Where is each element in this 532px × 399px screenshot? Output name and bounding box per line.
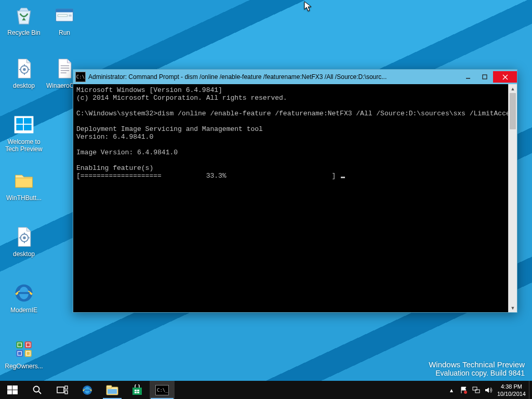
watermark-line1: Windows Technical Preview [429, 360, 525, 369]
ie-icon [11, 281, 36, 305]
taskbar-explorer[interactable] [100, 381, 125, 399]
desktop-icon-ini2[interactable]: desktop [4, 224, 44, 258]
system-tray[interactable]: ▴ 4:38 PM 10/10/2014 [444, 381, 529, 399]
svg-rect-44 [57, 387, 64, 393]
svg-point-58 [464, 391, 467, 394]
desktop-icon-label: desktop [4, 82, 44, 89]
scroll-up-icon[interactable]: ▲ [509, 84, 517, 93]
svg-rect-57 [137, 392, 139, 393]
tray-chevron-icon[interactable]: ▴ [447, 386, 456, 394]
svg-rect-35 [69, 15, 72, 17]
desktop-icon-label: Recycle Bin [4, 29, 44, 36]
close-button[interactable] [493, 71, 517, 83]
svg-rect-3 [25, 350, 32, 357]
svg-rect-21 [24, 125, 32, 130]
tray-clock[interactable]: 4:38 PM 10/10/2014 [497, 383, 526, 397]
taskbar-spacer [175, 381, 444, 399]
tray-time: 4:38 PM [497, 383, 526, 390]
search-icon [32, 385, 43, 395]
svg-rect-19 [24, 118, 32, 124]
search-button[interactable] [25, 381, 50, 399]
svg-rect-34 [58, 15, 67, 17]
taskbar[interactable]: C:\_ ▴ 4:38 PM 10/10/2014 [0, 381, 532, 399]
cmd-title: Administrator: Command Prompt - dism /on… [88, 73, 460, 81]
desktop-icon-label: Welcome to Tech Preview [4, 138, 44, 153]
desktop-icon-label: WinTHButt... [4, 194, 44, 202]
close-icon [502, 74, 508, 80]
desktop-icon-label: RegOwners... [4, 363, 44, 370]
desktop-icon-winlogo[interactable]: Welcome to Tech Preview [4, 112, 44, 153]
svg-rect-36 [466, 78, 470, 79]
start-button[interactable] [0, 381, 25, 399]
task-view-icon [57, 385, 68, 395]
svg-rect-40 [7, 390, 12, 394]
desktop-icon-ie[interactable]: ModernIE [4, 281, 44, 314]
svg-rect-10 [18, 292, 30, 294]
svg-rect-33 [56, 9, 73, 12]
cmd-taskbar-icon: C:\_ [155, 385, 169, 395]
svg-rect-20 [16, 125, 23, 130]
minimize-button[interactable] [460, 71, 476, 83]
windows-logo-icon [7, 385, 18, 395]
desktop-icon-ini1[interactable]: desktop [4, 56, 44, 89]
tray-date: 10/10/2014 [497, 390, 526, 397]
cmd-output[interactable]: Microsoft Windows [Version 6.4.9841] (c)… [73, 84, 508, 312]
svg-rect-18 [16, 118, 23, 124]
svg-line-43 [39, 391, 42, 394]
build-watermark: Windows Technical Preview Evaluation cop… [429, 360, 525, 377]
svg-rect-37 [483, 75, 487, 79]
tray-flag-icon[interactable] [460, 386, 468, 394]
folder-icon [11, 168, 36, 193]
scroll-thumb[interactable] [510, 93, 516, 129]
ie-icon [81, 384, 94, 396]
desktop-icon-run[interactable]: Run [45, 3, 84, 36]
svg-rect-46 [65, 391, 68, 394]
svg-point-12 [23, 236, 26, 240]
window-buttons [460, 71, 517, 83]
svg-point-27 [23, 68, 26, 71]
task-view-button[interactable] [50, 381, 75, 399]
ini1-icon [11, 56, 36, 81]
winlogo-icon [11, 112, 36, 137]
recycle-icon [11, 3, 36, 28]
show-desktop-button[interactable] [529, 381, 532, 399]
cmd-cursor [341, 177, 345, 178]
svg-rect-45 [65, 386, 68, 389]
svg-rect-39 [12, 385, 18, 390]
maximize-button[interactable] [476, 71, 493, 83]
svg-rect-2 [16, 350, 23, 357]
minimize-icon [466, 74, 471, 79]
maximize-icon [482, 74, 487, 79]
mouse-cursor [304, 1, 312, 15]
cmd-icon: C:\ [75, 72, 86, 82]
command-prompt-window[interactable]: C:\ Administrator: Command Prompt - dism… [73, 69, 517, 313]
svg-rect-51 [107, 385, 112, 388]
cmd-titlebar[interactable]: C:\ Administrator: Command Prompt - dism… [73, 70, 517, 84]
tray-network-icon[interactable] [472, 386, 481, 394]
svg-rect-55 [137, 390, 139, 391]
run-icon [52, 3, 77, 28]
desktop-icon-recycle[interactable]: Recycle Bin [4, 3, 44, 36]
svg-point-42 [34, 386, 39, 392]
svg-rect-1 [25, 341, 32, 348]
tray-volume-icon[interactable] [485, 386, 493, 394]
desktop-icon-label: desktop [4, 250, 44, 258]
taskbar-store[interactable] [125, 381, 150, 399]
svg-rect-56 [135, 392, 137, 393]
desktop-icon-reg[interactable]: RegOwners... [4, 337, 44, 370]
svg-rect-41 [12, 390, 18, 394]
cmd-scrollbar[interactable]: ▲ ▼ [508, 84, 517, 312]
ini2-icon [11, 224, 36, 249]
desktop-icon-label: Run [45, 29, 84, 36]
desktop-icon-folder[interactable]: WinTHButt... [4, 168, 44, 202]
svg-rect-0 [16, 341, 23, 348]
taskbar-ie[interactable] [75, 381, 100, 399]
taskbar-cmd[interactable]: C:\_ [150, 381, 175, 399]
watermark-line2: Evaluation copy. Build 9841 [429, 369, 525, 377]
scroll-down-icon[interactable]: ▼ [509, 303, 517, 312]
desktop-icon-label: ModernIE [4, 307, 44, 314]
svg-rect-52 [108, 389, 117, 394]
svg-rect-38 [7, 385, 12, 390]
desktop[interactable]: RegOwners...ModernIEdesktopWinTHButt...W… [0, 0, 532, 399]
svg-rect-49 [84, 390, 90, 391]
